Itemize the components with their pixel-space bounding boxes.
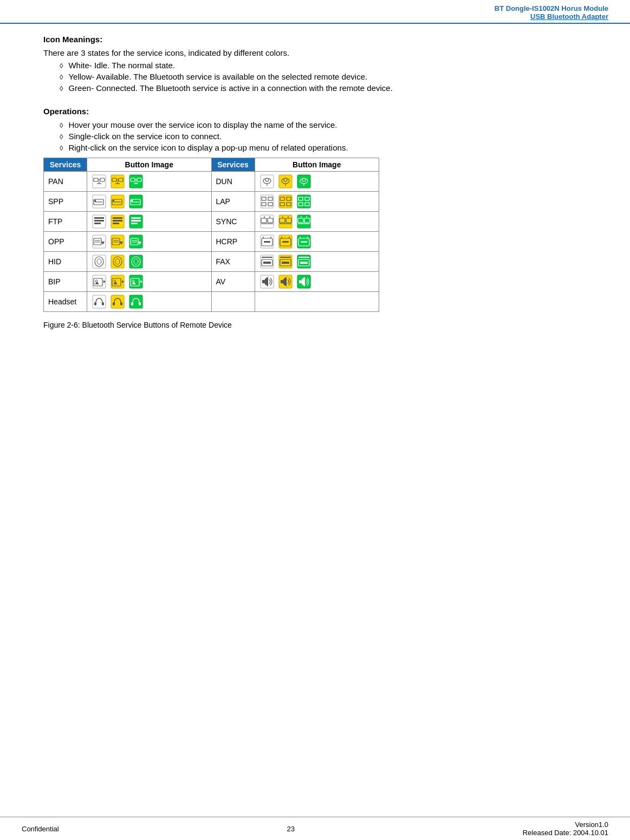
fax-icon-white bbox=[259, 254, 275, 269]
fax-icon-green bbox=[296, 254, 311, 269]
svg-rect-60 bbox=[94, 223, 101, 224]
svg-rect-68 bbox=[131, 223, 138, 224]
svg-rect-106 bbox=[264, 241, 270, 243]
hid-icon-yellow bbox=[110, 254, 125, 269]
svg-rect-64 bbox=[113, 223, 119, 224]
icon-cell-hid bbox=[87, 252, 212, 272]
th-button-image-right: Button Image bbox=[255, 158, 379, 172]
hid-icon-white bbox=[92, 254, 107, 269]
list-item: ◊ Single-click on the service icon to co… bbox=[60, 132, 587, 141]
bip-icon-yellow bbox=[110, 274, 125, 289]
svg-rect-169 bbox=[131, 302, 133, 305]
spp-icon-white bbox=[92, 194, 107, 209]
icon-row-hid bbox=[92, 254, 207, 269]
icon-cell-headset bbox=[87, 292, 212, 312]
svg-rect-165 bbox=[111, 295, 124, 308]
footer-confidential: Confidential bbox=[22, 825, 59, 833]
list-item: ◊ Right-click on the service icon to dis… bbox=[60, 143, 587, 152]
svg-rect-133 bbox=[282, 262, 289, 264]
pan-icon-white bbox=[92, 174, 107, 189]
icon-cell-dun bbox=[255, 172, 379, 192]
table-row: FTP bbox=[44, 212, 379, 232]
svg-rect-67 bbox=[131, 220, 141, 222]
table-header-row: Services Button Image Services Button Im… bbox=[44, 158, 379, 172]
footer-version-line1: Version1.0 bbox=[523, 821, 608, 829]
main-content: Icon Meanings: There are 3 states for th… bbox=[0, 24, 630, 817]
list-item: ◊ Green- Connected. The Bluetooth servic… bbox=[60, 83, 587, 93]
icon-meanings-intro: There are 3 states for the service icons… bbox=[43, 48, 587, 57]
icon-row-pan bbox=[92, 174, 207, 189]
service-opp: OPP bbox=[44, 232, 87, 252]
ftp-icon-yellow bbox=[110, 214, 125, 229]
table-row: SPP bbox=[44, 192, 379, 212]
svg-rect-160 bbox=[299, 280, 302, 283]
svg-rect-81 bbox=[297, 215, 310, 228]
icon-row-opp bbox=[92, 234, 207, 249]
headset-icon-yellow bbox=[110, 294, 125, 309]
service-spp: SPP bbox=[44, 192, 87, 212]
icon-row-fax bbox=[259, 254, 375, 269]
lap-icon-white bbox=[259, 194, 275, 209]
operations-list: ◊ Hover your mouse over the service icon… bbox=[60, 120, 587, 152]
sync-icon-white bbox=[259, 214, 275, 229]
page-header: BT Dongle-IS1002N Horus Module USB Bluet… bbox=[0, 0, 630, 24]
table-row: Headset bbox=[44, 292, 379, 312]
figure-caption: Figure 2-6: Bluetooth Service Buttons of… bbox=[43, 321, 587, 329]
operation-2: Single-click on the service icon to conn… bbox=[68, 132, 222, 141]
service-ftp: FTP bbox=[44, 212, 87, 232]
icon-cell-av bbox=[255, 272, 379, 292]
hid-icon-green bbox=[128, 254, 144, 269]
state-yellow: Yellow- Available. The Bluetooth service… bbox=[68, 72, 367, 81]
svg-rect-166 bbox=[113, 302, 115, 305]
bip-icon-white bbox=[92, 274, 107, 289]
spp-icon-green bbox=[128, 194, 144, 209]
th-services-right: Services bbox=[211, 158, 255, 172]
sync-icon-yellow bbox=[278, 214, 293, 229]
service-fax: FAX bbox=[211, 252, 255, 272]
bullet-diamond: ◊ bbox=[60, 73, 63, 81]
bullet-diamond: ◊ bbox=[60, 62, 63, 70]
footer-version-line2: Released Date: 2004.10.01 bbox=[523, 829, 608, 837]
bullet-diamond: ◊ bbox=[60, 84, 63, 93]
icon-meanings-title: Icon Meanings: bbox=[43, 35, 587, 44]
av-icon-yellow bbox=[278, 274, 293, 289]
service-dun: DUN bbox=[211, 172, 255, 192]
svg-rect-170 bbox=[139, 302, 141, 305]
th-services-left: Services bbox=[44, 158, 87, 172]
icon-row-hcrp bbox=[259, 234, 375, 249]
table-row: HID bbox=[44, 252, 379, 272]
icon-cell-bip bbox=[87, 272, 212, 292]
icon-row-bip bbox=[92, 274, 207, 289]
icon-cell-hcrp bbox=[255, 232, 379, 252]
av-icon-green bbox=[296, 274, 311, 289]
service-pan: PAN bbox=[44, 172, 87, 192]
icon-cell-pan bbox=[87, 172, 212, 192]
sync-icon-green bbox=[296, 214, 311, 229]
icon-row-sync bbox=[259, 214, 375, 229]
bullet-diamond: ◊ bbox=[60, 144, 63, 152]
icon-cell-sync bbox=[255, 212, 379, 232]
service-table: Services Button Image Services Button Im… bbox=[43, 158, 379, 312]
icon-cell-spp bbox=[87, 192, 212, 212]
service-bip: BIP bbox=[44, 272, 87, 292]
service-sync: SYNC bbox=[211, 212, 255, 232]
icon-row-ftp bbox=[92, 214, 207, 229]
states-list: ◊ White- Idle. The normal state. ◊ Yello… bbox=[60, 61, 587, 93]
hcrp-icon-yellow bbox=[278, 234, 293, 249]
icon-row-headset bbox=[92, 294, 207, 309]
pan-icon-yellow bbox=[110, 174, 125, 189]
icon-cell-fax bbox=[255, 252, 379, 272]
table-row: BIP bbox=[44, 272, 379, 292]
pan-icon-green bbox=[128, 174, 144, 189]
dun-icon-green bbox=[296, 174, 311, 189]
svg-rect-163 bbox=[94, 302, 96, 305]
icon-cell-ftp bbox=[87, 212, 212, 232]
svg-rect-63 bbox=[113, 220, 122, 222]
svg-rect-69 bbox=[261, 215, 274, 228]
service-headset: Headset bbox=[44, 292, 87, 312]
bullet-diamond: ◊ bbox=[60, 133, 63, 141]
svg-rect-59 bbox=[94, 220, 104, 222]
lap-icon-yellow bbox=[278, 194, 293, 209]
operation-3: Right-click on the service icon to displ… bbox=[68, 143, 348, 152]
operation-1: Hover your mouse over the service icon t… bbox=[68, 120, 337, 129]
